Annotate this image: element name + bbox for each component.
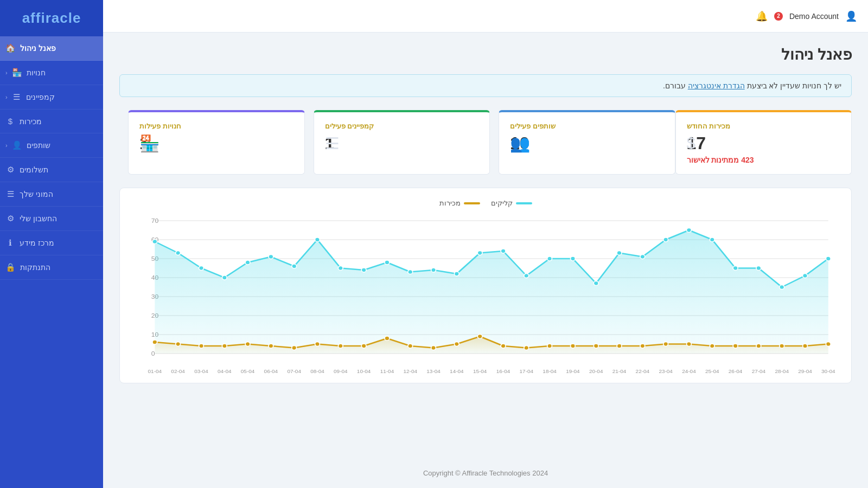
sidebar-item-label: קמפיינים — [26, 93, 55, 101]
svg-point-67 — [640, 255, 645, 259]
svg-point-47 — [176, 251, 181, 255]
svg-text:07-04: 07-04 — [287, 368, 301, 374]
svg-point-48 — [199, 266, 204, 271]
sidebar-item-dashboard[interactable]: פאנל ניהול 🏠 — [0, 36, 103, 61]
sidebar-item-my-profile[interactable]: המוני שלך ☰ — [0, 182, 103, 207]
sidebar: affiracle פאנל ניהול 🏠 חנויות 🏪 ‹ קמפיינ… — [0, 0, 103, 488]
svg-point-80 — [245, 342, 250, 346]
logo-text: affiracle — [22, 10, 81, 26]
svg-text:01-04: 01-04 — [148, 368, 162, 374]
sidebar-item-logout[interactable]: התנתקות 🔒 — [0, 255, 103, 280]
svg-point-98 — [663, 342, 668, 346]
sidebar-item-label: התנתקות — [20, 263, 50, 272]
user-icon: 👤 — [845, 10, 857, 22]
svg-point-73 — [780, 285, 784, 290]
svg-text:02-04: 02-04 — [171, 368, 185, 374]
svg-text:22-04: 22-04 — [636, 368, 650, 374]
svg-point-53 — [315, 237, 320, 242]
notification-badge: 2 — [774, 12, 783, 21]
svg-text:27-04: 27-04 — [752, 368, 766, 374]
sidebar-item-my-account[interactable]: החשבון שלי ⚙ — [0, 207, 103, 231]
svg-point-55 — [361, 268, 366, 272]
svg-point-61 — [501, 249, 506, 253]
sidebar-item-campaigns[interactable]: קמפיינים ☰ ‹ — [0, 85, 103, 110]
svg-text:0: 0 — [151, 350, 155, 357]
stats-row: מכירות החודש 17 423 ממתינות לאישור $ שות… — [119, 110, 852, 175]
sidebar-item-sales[interactable]: מכירות $ — [0, 110, 103, 133]
svg-text:23-04: 23-04 — [659, 368, 673, 374]
my-profile-icon: ☰ — [5, 189, 15, 199]
stat-label-active-partners: שותפים פעילים — [510, 122, 556, 130]
svg-point-58 — [431, 268, 436, 272]
stat-card-monthly-sales: מכירות החודש 17 423 ממתינות לאישור $ — [675, 110, 852, 175]
campaigns-icon: ☰ — [12, 92, 22, 102]
footer: Copyright © Affiracle Technologies 2024 — [103, 458, 868, 488]
svg-point-85 — [361, 344, 366, 348]
chevron-icon: ‹ — [5, 142, 8, 149]
svg-text:09-04: 09-04 — [334, 368, 348, 374]
svg-point-59 — [454, 272, 459, 276]
svg-point-54 — [338, 266, 343, 271]
svg-point-94 — [570, 344, 575, 348]
svg-point-83 — [315, 342, 320, 346]
svg-point-89 — [454, 342, 459, 346]
svg-point-97 — [640, 344, 645, 348]
chevron-icon: ‹ — [5, 94, 8, 100]
svg-text:14-04: 14-04 — [450, 368, 464, 374]
svg-text:08-04: 08-04 — [310, 368, 324, 374]
legend-sales: מכירות — [439, 199, 480, 207]
sidebar-item-label: החשבון שלי — [20, 214, 57, 223]
svg-text:06-04: 06-04 — [264, 368, 278, 374]
sidebar-item-stores[interactable]: חנויות 🏪 ‹ — [0, 61, 103, 85]
svg-point-52 — [292, 264, 297, 268]
sales-icon: $ — [5, 117, 15, 126]
svg-point-91 — [501, 344, 506, 348]
svg-text:13-04: 13-04 — [426, 368, 441, 374]
main-content: 👤 Demo Account 2 🔔 פאנל ניהול יש לך חנוי… — [103, 0, 868, 488]
banner-suffix: עבורם. — [663, 81, 686, 90]
legend-sales-label: מכירות — [439, 199, 461, 207]
payments-icon: ⚙ — [5, 165, 15, 175]
svg-point-46 — [152, 240, 157, 244]
svg-text:19-04: 19-04 — [566, 368, 580, 374]
page-content: פאנל ניהול יש לך חנויות שעדיין לא ביצעת … — [103, 33, 868, 458]
footer-text: Copyright © Affiracle Technologies 2024 — [423, 469, 548, 477]
sidebar-item-label: תשלומים — [20, 165, 48, 174]
svg-point-105 — [826, 342, 831, 346]
sidebar-item-payments[interactable]: תשלומים ⚙ — [0, 158, 103, 182]
svg-text:28-04: 28-04 — [775, 368, 789, 374]
svg-point-51 — [269, 255, 273, 259]
svg-point-92 — [524, 346, 529, 350]
svg-point-100 — [710, 344, 714, 348]
svg-point-96 — [617, 344, 622, 348]
svg-text:25-04: 25-04 — [705, 368, 719, 374]
stat-label-active-campaigns: קמפיינים פעילים — [325, 122, 374, 130]
svg-point-86 — [385, 336, 390, 341]
legend-clicks-line — [516, 202, 532, 204]
svg-text:70: 70 — [151, 217, 159, 224]
stat-card-active-campaigns: קמפיינים פעילים 1 ☰ — [314, 110, 490, 175]
sidebar-item-label: חנויות — [27, 68, 46, 77]
legend-sales-line — [464, 202, 480, 204]
svg-text:20-04: 20-04 — [589, 368, 603, 374]
chart-legend: קליקים מכירות — [131, 199, 840, 207]
svg-point-56 — [385, 260, 390, 265]
svg-point-82 — [292, 346, 297, 350]
svg-text:12-04: 12-04 — [403, 368, 417, 374]
stat-sub-monthly-sales: 423 ממתינות לאישור — [687, 156, 754, 164]
svg-point-78 — [199, 344, 204, 348]
svg-text:04-04: 04-04 — [218, 368, 232, 374]
svg-point-90 — [477, 335, 482, 339]
banner-link[interactable]: הגדרת אינטגרציה — [688, 81, 745, 90]
svg-point-87 — [408, 344, 413, 348]
sidebar-item-info-center[interactable]: מרכז מידע ℹ — [0, 231, 103, 255]
stat-icon-active-partners: 👥 — [510, 134, 530, 153]
my-account-icon: ⚙ — [5, 214, 15, 223]
svg-point-93 — [547, 344, 552, 348]
svg-text:29-04: 29-04 — [798, 368, 812, 374]
svg-text:15-04: 15-04 — [473, 368, 487, 374]
chart-container: קליקים מכירות 706050403020100 01-0402-04… — [119, 188, 852, 383]
sidebar-item-partners[interactable]: שותפים 👤 ‹ — [0, 133, 103, 158]
svg-point-76 — [152, 340, 157, 344]
svg-point-102 — [756, 344, 761, 348]
